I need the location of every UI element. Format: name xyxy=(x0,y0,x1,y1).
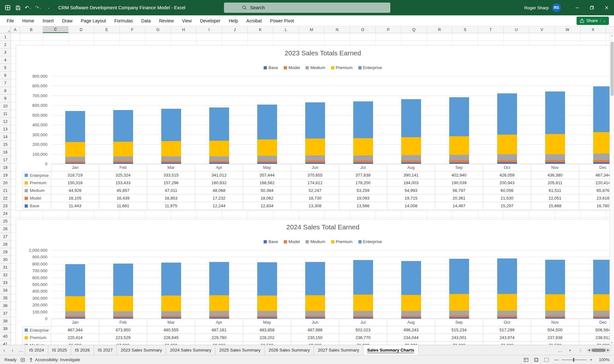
close-button[interactable] xyxy=(599,0,614,15)
column-header-M[interactable]: M xyxy=(299,26,324,33)
row-header-25[interactable]: 25 xyxy=(0,218,11,225)
row-header-16[interactable]: 16 xyxy=(0,148,11,156)
column-header-N[interactable]: N xyxy=(324,26,350,33)
chart-2023-sales-totals-earned[interactable]: 2023 Sales Totals EarnedBaseModelMediumP… xyxy=(16,45,614,211)
page-layout-view-button[interactable] xyxy=(534,358,539,362)
sheet-tab-overflow-left-button[interactable]: … xyxy=(17,345,25,355)
row-header-30[interactable]: 30 xyxy=(0,256,11,264)
ribbon-tab-power-pivot[interactable]: Power Pivot xyxy=(266,15,298,26)
row-header-24[interactable]: 24 xyxy=(0,210,11,218)
column-header-I[interactable]: I xyxy=(196,26,222,33)
zoom-slider-thumb[interactable] xyxy=(573,358,574,362)
row-header-20[interactable]: 20 xyxy=(0,179,11,187)
ribbon-tab-review[interactable]: Review xyxy=(155,15,178,26)
column-header-F[interactable]: F xyxy=(120,26,145,33)
bar-stack-jan[interactable] xyxy=(65,111,85,164)
chart-2024-sales-total-earned[interactable]: 2024 Sales Total EarnedBaseModelMediumPr… xyxy=(16,219,614,345)
vertical-scroll-thumb[interactable] xyxy=(610,42,614,96)
row-header-34[interactable]: 34 xyxy=(0,287,11,294)
share-caret-icon[interactable]: ⌄ xyxy=(600,19,606,22)
column-header-D[interactable]: D xyxy=(68,26,94,33)
bar-stack-jan[interactable] xyxy=(65,264,85,319)
redo-button[interactable]: ↷⌄ xyxy=(34,3,43,12)
tab-split-grip[interactable]: ⋮ xyxy=(576,345,585,355)
bar-stack-jul[interactable] xyxy=(353,101,373,164)
redo-caret-icon[interactable]: ⌄ xyxy=(39,6,42,9)
cell-grid[interactable]: 2023 Sales Totals EarnedBaseModelMediumP… xyxy=(11,33,614,345)
row-header-14[interactable]: 14 xyxy=(0,133,11,141)
column-header-V[interactable]: V xyxy=(529,26,555,33)
sheet-tab-2027-sales-summary[interactable]: 2027 Sales Summary xyxy=(314,345,363,355)
select-all-corner[interactable] xyxy=(0,26,11,33)
scroll-right-icon[interactable]: ▶ xyxy=(607,349,609,352)
column-header-L[interactable]: L xyxy=(273,26,299,33)
share-button[interactable]: Share ⌄ xyxy=(577,17,609,25)
bar-stack-oct[interactable] xyxy=(497,258,517,319)
bar-stack-jul[interactable] xyxy=(353,260,373,319)
sheet-tab-2026-sales-summary[interactable]: 2026 Sales Summary xyxy=(265,345,314,355)
row-header-17[interactable]: 17 xyxy=(0,156,11,164)
row-header-28[interactable]: 28 xyxy=(0,241,11,248)
row-header-23[interactable]: 23 xyxy=(0,202,11,210)
row-header-35[interactable]: 35 xyxy=(0,294,11,302)
row-header-32[interactable]: 32 xyxy=(0,271,11,279)
bar-stack-feb[interactable] xyxy=(113,110,133,164)
row-header-37[interactable]: 37 xyxy=(0,310,11,317)
sheet-tab-is-2025[interactable]: IS 2025 xyxy=(48,345,71,355)
new-sheet-button[interactable]: + xyxy=(566,345,574,355)
column-header-R[interactable]: R xyxy=(427,26,452,33)
row-header-18[interactable]: 18 xyxy=(0,164,11,171)
bar-stack-feb[interactable] xyxy=(113,264,133,319)
zoom-in-button[interactable]: + xyxy=(590,357,592,362)
bar-stack-oct[interactable] xyxy=(497,93,517,164)
bar-stack-mar[interactable] xyxy=(161,109,181,164)
ribbon-tab-view[interactable]: View xyxy=(178,15,196,26)
row-header-2[interactable]: 2 xyxy=(0,41,11,49)
ribbon-tab-file[interactable]: File xyxy=(3,15,18,26)
row-header-27[interactable]: 27 xyxy=(0,233,11,241)
row-header-9[interactable]: 9 xyxy=(0,95,11,102)
bar-stack-sep[interactable] xyxy=(449,259,469,319)
row-header-1[interactable]: 1 xyxy=(0,33,11,41)
ribbon-tab-data[interactable]: Data xyxy=(137,15,155,26)
column-header-Q[interactable]: Q xyxy=(401,26,427,33)
ribbon-tab-help[interactable]: Help xyxy=(225,15,242,26)
row-header-15[interactable]: 15 xyxy=(0,141,11,148)
normal-view-button[interactable] xyxy=(523,358,529,362)
page-break-view-button[interactable] xyxy=(544,358,549,362)
horizontal-scrollbar[interactable]: ◀ ▶ xyxy=(586,348,611,353)
row-header-22[interactable]: 22 xyxy=(0,194,11,202)
save-button[interactable] xyxy=(13,3,22,12)
undo-caret-icon[interactable]: ⌄ xyxy=(29,6,32,9)
column-header-E[interactable]: E xyxy=(94,26,120,33)
column-header-C[interactable]: C xyxy=(43,26,68,33)
sheet-tab-is-2024[interactable]: IS 2024 xyxy=(25,345,48,355)
search-box[interactable]: Search xyxy=(224,3,390,13)
sheet-tab-2023-sales-summary[interactable]: 2023 Sales Summary xyxy=(117,345,166,355)
bar-stack-mar[interactable] xyxy=(161,263,181,319)
row-header-5[interactable]: 5 xyxy=(0,64,11,72)
column-header-G[interactable]: G xyxy=(145,26,171,33)
row-header-13[interactable]: 13 xyxy=(0,125,11,133)
ribbon-tab-formulas[interactable]: Formulas xyxy=(110,15,137,26)
sheet-tab-sales-summary-charts[interactable]: Sales Summary Charts xyxy=(363,345,419,355)
minimize-button[interactable] xyxy=(570,0,585,15)
bar-stack-sep[interactable] xyxy=(449,97,469,164)
row-header-4[interactable]: 4 xyxy=(0,56,11,64)
zoom-slider[interactable] xyxy=(562,360,586,360)
row-header-40[interactable]: 40 xyxy=(0,333,11,340)
ribbon-tab-draw[interactable]: Draw xyxy=(58,15,77,26)
row-header-10[interactable]: 10 xyxy=(0,102,11,110)
row-header-11[interactable]: 11 xyxy=(0,110,11,118)
bar-stack-jun[interactable] xyxy=(305,262,325,319)
column-header-P[interactable]: P xyxy=(376,26,401,33)
macro-record-button[interactable] xyxy=(20,358,25,362)
scroll-down-icon[interactable]: ▼ xyxy=(611,342,613,344)
bar-stack-may[interactable] xyxy=(257,105,277,164)
bar-stack-nov[interactable] xyxy=(545,91,565,164)
column-header-U[interactable]: U xyxy=(504,26,529,33)
row-header-12[interactable]: 12 xyxy=(0,118,11,125)
row-header-7[interactable]: 7 xyxy=(0,79,11,87)
bar-stack-apr[interactable] xyxy=(209,262,229,319)
vertical-scrollbar[interactable]: ▲ ▼ xyxy=(610,33,614,345)
